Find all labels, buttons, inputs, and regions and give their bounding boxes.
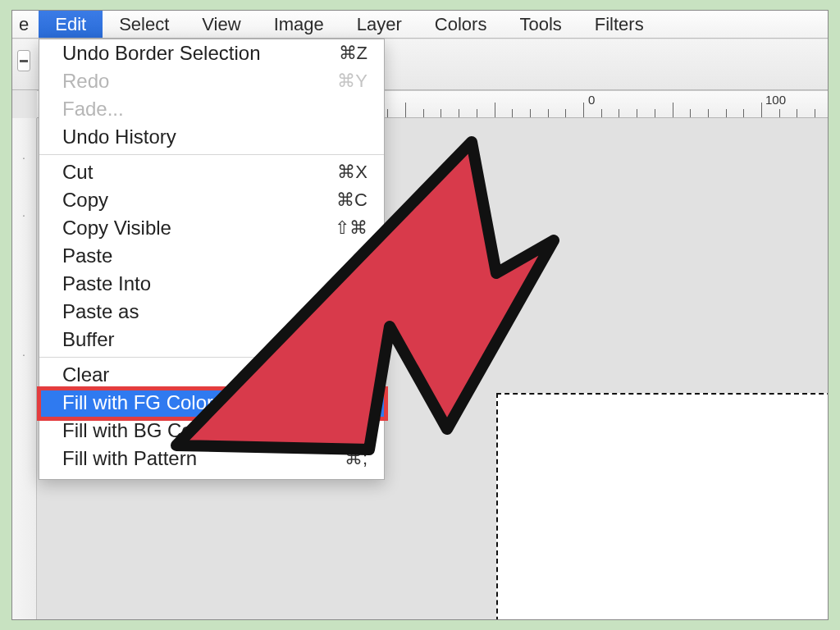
ruler-label: 0 (588, 93, 595, 107)
menu-item-shortcut: ⌘C (336, 189, 368, 211)
menu-item-label: Paste Into (62, 272, 151, 295)
menubar: e Edit Select View Image Layer Colors To… (12, 11, 828, 39)
menu-item-label: Fill with BG Color (62, 419, 214, 442)
menu-item-paste-as[interactable]: Paste as (39, 298, 384, 326)
ruler-label: 100 (765, 93, 786, 107)
menu-item-cut[interactable]: Cut⌘X (39, 158, 384, 186)
menu-item-label: Fill with FG Color (62, 391, 213, 414)
menu-item-clear[interactable]: Clear (39, 361, 384, 389)
side-glyph: · (16, 208, 32, 225)
menu-item-shortcut: ⌘Z (339, 43, 368, 64)
menubar-fragment: e (12, 11, 39, 38)
menu-item-label: Buffer (62, 328, 115, 351)
menu-tools[interactable]: Tools (503, 11, 578, 38)
menu-edit[interactable]: Edit (39, 11, 103, 38)
menu-item-shortcut: ⌘X (337, 162, 368, 183)
menu-item-fill-with-pattern[interactable]: Fill with Pattern⌘; (39, 445, 384, 472)
menu-item-shortcut: ⌘; (345, 448, 368, 469)
menu-item-label: Cut (62, 161, 93, 184)
menu-item-buffer[interactable]: Buffer (39, 326, 384, 354)
menu-item-label: Undo Border Selection (62, 42, 260, 65)
side-glyph: · (16, 348, 32, 364)
edit-dropdown: Undo Border Selection⌘ZRedo⌘YFade...Undo… (39, 39, 385, 480)
menu-layer[interactable]: Layer (340, 11, 418, 38)
menu-item-label: Paste (62, 244, 112, 267)
canvas-content (739, 575, 829, 620)
menu-select[interactable]: Select (103, 11, 185, 38)
menu-item-undo-history[interactable]: Undo History (39, 123, 384, 151)
menu-item-label: Fade... (62, 98, 124, 121)
menu-item-label: Copy Visible (62, 217, 171, 240)
menu-item-label: Copy (62, 189, 108, 212)
menu-item-label: Paste as (62, 300, 139, 323)
menu-filters[interactable]: Filters (578, 11, 660, 38)
menu-item-fade: Fade... (39, 95, 384, 123)
menu-item-copy-visible[interactable]: Copy Visible⇧⌘ (39, 214, 384, 242)
menu-item-copy[interactable]: Copy⌘C (39, 186, 384, 214)
menu-item-fill-with-fg-color[interactable]: Fill with FG Color⌘, (39, 389, 384, 417)
canvas[interactable] (496, 393, 829, 620)
menu-item-fill-with-bg-color[interactable]: Fill with BG Color⌘. (39, 417, 384, 445)
vertical-ruler: · · · (12, 118, 37, 619)
menu-item-paste[interactable]: Paste (39, 242, 384, 270)
menu-colors[interactable]: Colors (418, 11, 504, 38)
side-glyph: · (16, 151, 32, 167)
minus-icon (20, 60, 28, 62)
menu-item-shortcut: ⌘, (345, 392, 368, 413)
menu-view[interactable]: View (185, 11, 257, 38)
menu-item-paste-into[interactable]: Paste Into (39, 270, 384, 298)
menu-item-label: Fill with Pattern (62, 447, 197, 470)
menu-item-label: Undo History (62, 126, 176, 148)
menu-image[interactable]: Image (258, 11, 340, 38)
menu-item-redo: Redo⌘Y (39, 67, 384, 95)
menu-item-shortcut: ⌘. (345, 420, 368, 441)
tool-chip[interactable] (17, 50, 30, 71)
menu-item-shortcut: ⌘Y (337, 71, 368, 92)
menu-item-undo-border-selection[interactable]: Undo Border Selection⌘Z (39, 39, 384, 67)
menu-item-shortcut: ⇧⌘ (335, 217, 368, 239)
menu-item-label: Redo (62, 70, 109, 93)
menu-item-label: Clear (62, 363, 109, 386)
app-window: e Edit Select View Image Layer Colors To… (11, 10, 829, 620)
